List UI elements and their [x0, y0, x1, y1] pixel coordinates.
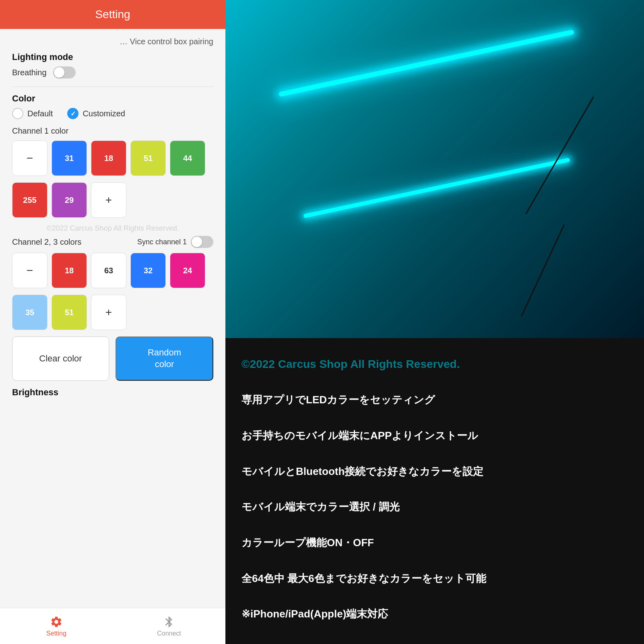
info-line-7: ※iPhone/iPad(Apple)端末対応	[242, 606, 628, 622]
random-color-label: Randomcolor	[148, 347, 181, 370]
channel1-grid: − 31 18 51 44	[12, 140, 213, 176]
divider-1	[12, 87, 213, 87]
left-panel: Setting … Vice control box pairing Light…	[0, 0, 225, 644]
breathing-label: Breathing	[12, 68, 47, 77]
sync-toggle[interactable]	[191, 236, 213, 248]
channel2-cell-51[interactable]: 51	[52, 295, 87, 330]
nav-setting-label: Setting	[46, 630, 66, 637]
customized-radio[interactable]: Customized	[67, 108, 125, 119]
channel1-grid-row2: 255 29 +	[12, 182, 213, 218]
channel2-cell-32[interactable]: 32	[130, 253, 166, 288]
channel1-title: Channel 1 color	[12, 126, 213, 136]
channel2-title: Channel 2, 3 colors	[12, 237, 81, 247]
sync-row: Sync channel 1	[137, 236, 213, 248]
random-color-button[interactable]: Randomcolor	[116, 336, 213, 381]
gear-icon	[50, 615, 63, 628]
info-line-5: カラーループ機能ON・OFF	[242, 535, 628, 551]
info-line-4: モバイル端末でカラー選択 / 調光	[242, 499, 628, 515]
channel1-cell-31[interactable]: 31	[52, 140, 87, 176]
photo-background	[225, 0, 644, 338]
clear-color-button[interactable]: Clear color	[12, 336, 109, 381]
channel1-cell-51[interactable]: 51	[130, 140, 166, 176]
channel2-cell-24[interactable]: 24	[170, 253, 205, 288]
channel2-cell-35[interactable]: 35	[12, 295, 47, 330]
nav-connect[interactable]: Connect	[113, 615, 225, 637]
channel2-cell-plus[interactable]: +	[91, 295, 126, 330]
channel2-cell-minus[interactable]: −	[12, 253, 47, 288]
channel1-cell-minus[interactable]: −	[12, 140, 47, 176]
right-panel: ©2022 Carcus Shop All Rights Reserved. 専…	[225, 0, 644, 644]
channel2-cell-18[interactable]: 18	[52, 253, 87, 288]
content-area: … Vice control box pairing Lighting mode…	[0, 29, 225, 608]
channel1-cell-44[interactable]: 44	[170, 140, 205, 176]
info-section: ©2022 Carcus Shop All Rights Reserved. 専…	[225, 338, 644, 644]
header-title: Setting	[95, 8, 130, 21]
nav-connect-label: Connect	[157, 630, 181, 637]
bluetooth-icon	[163, 615, 175, 628]
channel2-grid-row2: 35 51 +	[12, 295, 213, 330]
default-radio-circle[interactable]	[12, 108, 23, 119]
app-header: Setting	[0, 0, 225, 29]
lighting-mode-title: Lighting mode	[12, 52, 213, 62]
brightness-title: Brightness	[12, 387, 213, 398]
info-line-6: 全64色中 最大6色までお好きなカラーをセット可能	[242, 571, 628, 586]
wire-1	[525, 97, 594, 214]
channel2-grid: − 18 63 32 24	[12, 253, 213, 288]
info-line-1: 専用アプリでLEDカラーをセッティング	[242, 392, 628, 408]
customized-label: Customized	[83, 109, 125, 118]
customized-radio-circle[interactable]	[67, 108, 78, 119]
led-strip-1	[279, 29, 574, 97]
sync-label: Sync channel 1	[137, 238, 187, 246]
vice-control-text[interactable]: … Vice control box pairing	[12, 37, 213, 46]
color-radio-row: Default Customized	[12, 108, 213, 119]
channel1-cell-plus[interactable]: +	[91, 182, 126, 218]
rights-text: ©2022 Carcus Shop All Rights Reserved.	[242, 358, 628, 371]
action-buttons-row: Clear color Randomcolor	[12, 336, 213, 381]
info-line-2: お手持ちのモバイル端末にAPPよりインストール	[242, 428, 628, 444]
wire-2	[521, 224, 565, 317]
photo-section	[225, 0, 644, 338]
channel1-cell-255[interactable]: 255	[12, 182, 47, 218]
default-radio[interactable]: Default	[12, 108, 53, 119]
watermark: ©2022 Carcus Shop All Rights Reserved.	[12, 224, 213, 233]
bottom-nav: Setting Connect	[0, 608, 225, 644]
channel2-header-row: Channel 2, 3 colors Sync channel 1	[12, 236, 213, 248]
led-strip-2	[303, 158, 570, 218]
sync-toggle-knob	[192, 237, 202, 247]
nav-setting[interactable]: Setting	[0, 615, 113, 637]
channel2-cell-63[interactable]: 63	[91, 253, 126, 288]
channel1-cell-18[interactable]: 18	[91, 140, 126, 176]
default-label: Default	[27, 109, 53, 118]
channel1-cell-29[interactable]: 29	[52, 182, 87, 218]
breathing-toggle[interactable]	[53, 66, 76, 78]
info-line-3: モバイルとBluetooth接続でお好きなカラーを設定	[242, 464, 628, 479]
toggle-knob	[54, 67, 64, 78]
color-section-title: Color	[12, 93, 213, 104]
breathing-toggle-row: Breathing	[12, 66, 213, 78]
